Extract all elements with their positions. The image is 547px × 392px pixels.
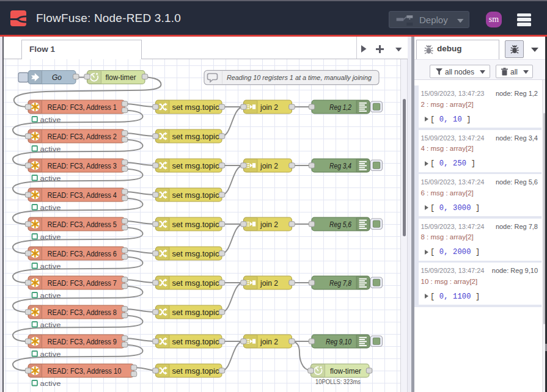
svg-text:set msg.topic: set msg.topic bbox=[172, 279, 219, 288]
svg-text:flow-timer: flow-timer bbox=[330, 367, 361, 376]
svg-text:READ: FC3, Address 3: READ: FC3, Address 3 bbox=[48, 162, 117, 170]
svg-text:READ: FC3, Address 8: READ: FC3, Address 8 bbox=[48, 308, 117, 317]
svg-text:set msg.topic: set msg.topic bbox=[172, 250, 219, 258]
svg-text:READ: FC3, Address 1: READ: FC3, Address 1 bbox=[48, 103, 117, 112]
svg-text:READ: FC3, Address 5: READ: FC3, Address 5 bbox=[48, 220, 117, 229]
svg-text:active: active bbox=[40, 204, 61, 211]
svg-text:10POLLS: 323ms: 10POLLS: 323ms bbox=[315, 378, 361, 385]
svg-text:join 2: join 2 bbox=[260, 279, 278, 288]
svg-text:Go: Go bbox=[52, 73, 62, 82]
svg-text:set msg.topic: set msg.topic bbox=[172, 162, 219, 170]
svg-text:set msg.topic: set msg.topic bbox=[172, 367, 219, 376]
svg-text:active: active bbox=[40, 175, 61, 182]
svg-text:Reg 7,8: Reg 7,8 bbox=[329, 279, 351, 288]
svg-text:set msg.topic: set msg.topic bbox=[172, 338, 219, 346]
svg-text:join 2: join 2 bbox=[260, 220, 278, 229]
svg-text:set msg.topic: set msg.topic bbox=[172, 308, 219, 317]
svg-text:Reg 3,4: Reg 3,4 bbox=[329, 162, 351, 170]
svg-text:READ: FC3, Address 10: READ: FC3, Address 10 bbox=[48, 367, 122, 376]
svg-text:active: active bbox=[40, 321, 61, 328]
svg-text:active: active bbox=[40, 145, 61, 153]
svg-text:READ: FC3, Address 9: READ: FC3, Address 9 bbox=[48, 338, 117, 346]
svg-text:set msg.topic: set msg.topic bbox=[172, 103, 219, 112]
svg-text:set msg.topic: set msg.topic bbox=[172, 132, 219, 141]
svg-text:READ: FC3, Address 4: READ: FC3, Address 4 bbox=[48, 191, 117, 200]
svg-text:active: active bbox=[40, 116, 61, 123]
svg-text:set msg.topic: set msg.topic bbox=[172, 191, 219, 200]
svg-text:join 2: join 2 bbox=[260, 338, 278, 346]
svg-text:Reg 5,6: Reg 5,6 bbox=[329, 220, 351, 229]
svg-text:join 2: join 2 bbox=[260, 103, 278, 112]
svg-text:Reading 10 registers 1 at a ti: Reading 10 registers 1 at a time, manual… bbox=[227, 73, 372, 82]
svg-text:Reg 9,10: Reg 9,10 bbox=[326, 338, 351, 346]
svg-text:active: active bbox=[40, 380, 61, 387]
svg-text:Reg 1,2: Reg 1,2 bbox=[329, 103, 351, 112]
svg-text:active: active bbox=[40, 350, 61, 358]
svg-text:active: active bbox=[40, 292, 61, 299]
svg-text:set msg.topic: set msg.topic bbox=[172, 220, 219, 229]
svg-text:flow-timer: flow-timer bbox=[106, 73, 136, 82]
svg-text:active: active bbox=[40, 263, 61, 270]
svg-text:READ: FC3, Address 7: READ: FC3, Address 7 bbox=[48, 279, 117, 288]
svg-text:READ: FC3, Address 6: READ: FC3, Address 6 bbox=[48, 250, 117, 258]
svg-text:READ: FC3, Address 2: READ: FC3, Address 2 bbox=[48, 132, 117, 141]
svg-text:join 2: join 2 bbox=[260, 162, 278, 170]
svg-text:active: active bbox=[40, 233, 61, 241]
